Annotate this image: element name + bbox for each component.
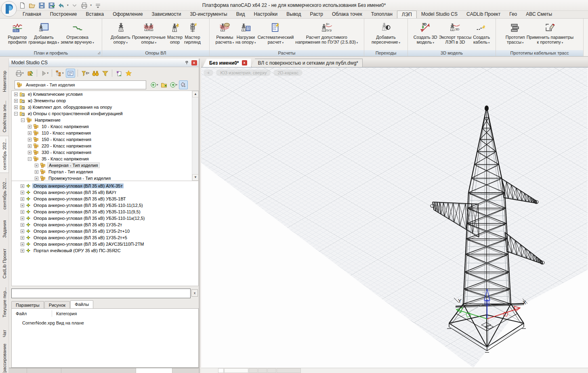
transmission-tower-model[interactable]: YX [201,67,588,368]
tree-item[interactable]: +Анкерная - Тип изделия [12,162,198,169]
docked-tab-8[interactable]: Чат [0,327,9,340]
ribbon-button[interactable]: Добавитьграницы вида ▾ [28,20,60,46]
ribbon-button[interactable]: Прототиптрассы ▾ [505,20,526,46]
tree-item[interactable]: +220 - Класс напряжения [12,143,198,149]
tree-item[interactable]: +150 - Класс напряжения [12,136,198,143]
tower-list-item[interactable]: +Опора анкерно-угловая (ВЛ 35 кВ) ВАУт [12,189,198,196]
docked-tab-6[interactable]: CadLib Проект [0,246,9,281]
app-logo-icon[interactable] [1,1,17,17]
ribbon-tab-Топоплан[interactable]: Топоплан [367,11,397,18]
ribbon-tab-Вид[interactable]: Вид [232,11,250,18]
expand-icon[interactable]: + [21,230,24,233]
tree-item[interactable]: −и) Опоры с пространственной конфигураци… [12,110,198,117]
expand-icon[interactable]: + [21,236,24,240]
tower-list-item[interactable]: +Опора анкерно-угловая (ВЛ 35 кВ) 1У35-2… [12,228,198,234]
print-icon[interactable]: ▾ [15,69,25,78]
layout-tab[interactable] [267,368,276,373]
tree-item[interactable]: +е) Климатические условия [12,91,198,97]
clear-filter-button[interactable]: x [191,289,198,297]
dialog-launcher-icon[interactable]: ◿ [97,51,101,55]
files-col-file[interactable]: Файл [12,310,52,317]
docked-tab-1[interactable]: Навигатор [0,67,9,96]
ribbon-tab-АВС Сметы[interactable]: АВС Сметы [521,11,556,18]
folder-up-icon[interactable] [160,80,168,89]
funnel-icon[interactable] [101,69,109,78]
panel-bottom-tab[interactable] [136,368,172,373]
ribbon-tab-Model Studio CS[interactable]: Model Studio CS [417,11,462,18]
tree-item[interactable]: +Промежуточная - Тип изделия [12,175,198,181]
expand-icon[interactable]: + [14,99,18,103]
tree-item[interactable]: +з) Комплект доп. оборудования на опору [12,104,198,110]
viewport[interactable]: YX +ЮЗ изометрия, сверху2D-каркас [201,67,588,368]
expand-icon[interactable]: + [21,242,24,246]
expand-icon[interactable]: + [35,164,38,167]
tree-settings-icon[interactable]: ▾ [55,69,65,78]
expand-icon[interactable]: + [14,93,18,96]
expand-icon[interactable]: + [21,249,24,253]
ribbon-button[interactable]: 100130011Систематическийрасчет ▾ [257,20,295,46]
document-tab[interactable]: Без имени0*x [203,59,251,67]
ribbon-button[interactable]: Режимырасчета ▾ [215,20,235,46]
tree-item[interactable]: −Напряжение [12,117,198,123]
viewport-control[interactable]: + [204,70,213,76]
docked-tab-5[interactable]: Задания [0,217,9,241]
ribbon-button[interactable]: Промежуточныеопоры ▾ [131,20,166,46]
active-category-combo[interactable]: Анкерная - Тип изделия [15,80,146,89]
pin-icon[interactable] [184,60,190,66]
expand-icon[interactable]: + [28,144,32,148]
collapse-icon[interactable]: − [14,112,18,116]
expand-icon[interactable]: + [21,197,24,201]
star-icon[interactable] [124,69,133,78]
tree-item[interactable]: +10 - Класс напряжения [12,123,198,130]
ribbon-button[interactable]: Применить параметрык прототипу ▾ [526,20,575,46]
tree-item[interactable]: +110 - Класс напряжения [12,130,198,136]
layout-tab[interactable] [224,368,248,373]
back-circle-icon[interactable]: ▾ [149,80,159,89]
binoculars-icon[interactable] [91,69,100,78]
docked-tab-7[interactable]: Текущие пер... [0,286,9,319]
ribbon-button[interactable]: Отрисовказемли вручную ▾ [60,20,95,46]
filter-input[interactable] [11,289,191,298]
ribbon-tab-Растр[interactable]: Растр [306,11,328,18]
ribbon-tab-Зависимости[interactable]: Зависимости [147,11,186,18]
ribbon-tab-Построение[interactable]: Построение [46,11,82,18]
file-row[interactable]: CornerNode.xpg Вид на плане [12,318,198,327]
panel-bottom-tab[interactable] [9,368,27,373]
ribbon-tab-ЛЭП[interactable]: ЛЭП [397,11,417,19]
filter-eq-icon[interactable]: ▾ [80,69,90,78]
play-icon[interactable]: ▾ [40,69,50,78]
expand-icon[interactable]: + [28,125,32,129]
forward-circle-icon[interactable]: ▾ [169,80,178,89]
tower-list-item[interactable]: +Опора анкерно-угловая (ВЛ 35 кВ) УБ35-1… [12,209,198,215]
close-document-icon[interactable]: x [242,60,247,65]
tower-list-item[interactable]: +Опора анкерно-угловая (ВЛ 35 кВ) 1У35-2… [12,221,198,228]
ribbon-tab-Облака точек[interactable]: Облака точек [328,11,367,18]
panel-tab-Рисунок[interactable]: Рисунок [44,301,70,308]
ribbon-tab-Оформление[interactable]: Оформление [108,11,147,18]
tower-list-item[interactable]: +Опора анкерно-угловая (ВЛ 35 кВ) УБ35-1… [12,202,198,209]
tower-list-item[interactable]: +Опора анкерно-угловая (ВЛ 35 кВ) АУК-35… [12,183,198,189]
tower-list-item[interactable]: +Портал ячейковый (ОРУ 35 кВ) ПС-35Я2С [12,247,198,254]
tree-item[interactable]: +Портал - Тип изделия [12,169,198,175]
expand-icon[interactable]: + [21,204,24,207]
scroll-down-arrow[interactable]: ▼ [192,174,199,181]
panel-tab-Параметры[interactable]: Параметры [11,301,44,308]
expand-icon[interactable]: + [21,217,24,220]
close-panel-button[interactable]: x [191,60,197,66]
tower-list-item[interactable]: +Опора анкерно-угловая (ВЛ 35 кВ) 1У35-2… [12,234,198,241]
ribbon-button[interactable]: Создатькабель ▾ [472,20,491,46]
ribbon-tab-Гео[interactable]: Гео [505,11,521,18]
collapse-icon[interactable]: − [28,157,32,161]
ribbon-button[interactable]: 3DСоздать 3Dмодель ▾ [413,20,438,46]
ribbon-tab-Настройки[interactable]: Настройки [249,11,282,18]
expand-icon[interactable]: + [28,151,32,154]
layout-tab[interactable] [277,368,301,373]
ribbon-button[interactable]: 3DЭкспорт трассыЛЭП в 3D [438,20,472,45]
tower-list-item[interactable]: +Опора анкерно-угловая (ВЛ 35 кВ) УБ35-1… [12,215,198,221]
expand-icon[interactable]: + [28,138,32,141]
scroll-up-arrow[interactable]: ▲ [192,91,199,97]
pin-highlight-icon[interactable] [179,80,188,89]
ribbon-tab-Вставка[interactable]: Вставка [82,11,109,18]
expand-icon[interactable]: + [35,170,38,174]
docked-tab-4[interactable]: сентябрь 202... [0,177,9,211]
